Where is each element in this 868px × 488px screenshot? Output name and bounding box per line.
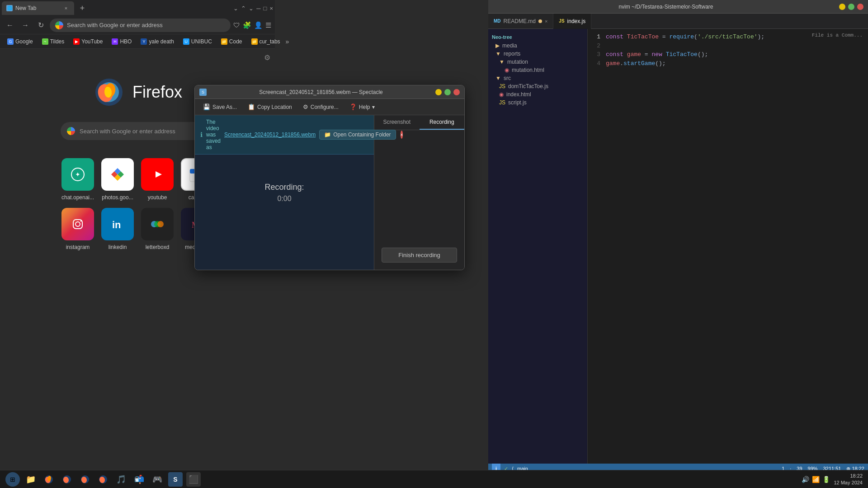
spectacle-minimize-button[interactable]: ─ bbox=[435, 89, 442, 95]
bookmark-unibuc[interactable]: U UNIBUC bbox=[179, 38, 216, 46]
readme-tab-close[interactable]: × bbox=[545, 19, 547, 24]
start-menu-button[interactable]: ⊞ bbox=[5, 472, 20, 487]
terminal-minimize-button[interactable]: ─ bbox=[839, 4, 845, 10]
shortcut-instagram-label: instagram bbox=[66, 244, 90, 250]
tab-controls: ⌄ ⌃ ⌄ ─ □ × bbox=[233, 5, 273, 12]
tab-readme[interactable]: MD README.md × bbox=[488, 14, 553, 29]
new-tab-search-bar[interactable]: Search with Google or enter address bbox=[61, 122, 214, 140]
navigation-bar: ← → ↻ Search with Google or enter addres… bbox=[0, 16, 275, 34]
configure-icon: ⚙ bbox=[303, 103, 308, 110]
open-containing-folder-button[interactable]: 📁 Open Containing Folder bbox=[319, 130, 396, 140]
tree-item-mutation[interactable]: ▼ mutation bbox=[488, 58, 587, 66]
spectacle-close-button[interactable]: × bbox=[453, 89, 460, 95]
tab-screenshot[interactable]: Screenshot bbox=[374, 115, 420, 130]
terminal-maximize-button[interactable]: □ bbox=[848, 4, 854, 10]
shortcut-chatgpt[interactable]: ✦ chat.openai... bbox=[61, 158, 94, 201]
code-content: const game = new TicTacToe(); bbox=[606, 50, 708, 59]
bookmarks-overflow-button[interactable]: » bbox=[286, 38, 289, 45]
forward-button[interactable]: → bbox=[19, 19, 32, 32]
new-tab-button[interactable]: + bbox=[76, 2, 89, 14]
copy-location-button[interactable]: 📋 Copy Location bbox=[243, 102, 297, 112]
tree-label-domtictactoe: domTicTacToe.js bbox=[508, 83, 548, 89]
notification-link[interactable]: Screencast_20240512_181856.webm bbox=[224, 131, 316, 138]
tab-indexjs[interactable]: JS index.js bbox=[553, 14, 591, 29]
settings-icon[interactable]: ⚙ bbox=[264, 53, 270, 62]
window-close-icon[interactable]: × bbox=[269, 5, 273, 12]
readme-tab-label: README.md bbox=[504, 18, 536, 24]
profile-icon[interactable]: 👤 bbox=[254, 21, 263, 29]
tree-item-mutation-html[interactable]: ◉ mutation.html bbox=[488, 66, 587, 74]
taskbar-s-app[interactable]: S bbox=[168, 472, 183, 487]
tree-label-reports: reports bbox=[504, 51, 520, 57]
spectacle-sidebar-content bbox=[374, 130, 464, 240]
battery-icon[interactable]: 🔋 bbox=[822, 476, 830, 483]
shortcut-youtube[interactable]: youtube bbox=[141, 158, 174, 201]
bookmark-tildes-label: Tildes bbox=[50, 38, 65, 45]
tab-list-icon[interactable]: ⌄ bbox=[233, 5, 238, 12]
configure-button[interactable]: ⚙ Configure... bbox=[298, 102, 343, 112]
terminal-close-button[interactable]: × bbox=[857, 4, 863, 10]
sound-icon[interactable]: 🔊 bbox=[802, 476, 809, 483]
menu-icon[interactable]: ☰ bbox=[265, 21, 271, 29]
tree-item-script-js[interactable]: JS script.js bbox=[488, 99, 587, 107]
bookmark-curtabs[interactable]: 📁 cur_tabs bbox=[248, 38, 284, 46]
tree-item-media[interactable]: ▶ media bbox=[488, 42, 587, 50]
nvim-content: Neo-tree ▶ media ▼ reports ▼ mutation ◉ … bbox=[488, 29, 868, 464]
code-content: const TicTacToe = require('./src/ticTacT… bbox=[606, 33, 764, 42]
taskbar-mail[interactable]: 📬 bbox=[132, 472, 146, 487]
address-bar[interactable]: Search with Google or enter address bbox=[50, 19, 231, 32]
js-file-icon: JS bbox=[559, 19, 564, 23]
shortcut-photos[interactable]: photos.goo... bbox=[101, 158, 134, 201]
bookmark-youtube[interactable]: ▶ YouTube bbox=[70, 38, 106, 46]
taskbar-firefox-1[interactable] bbox=[42, 472, 56, 487]
bookmark-code[interactable]: 📁 Code bbox=[217, 38, 246, 46]
configure-label: Configure... bbox=[311, 104, 339, 110]
bookmark-tildes[interactable]: ~ Tildes bbox=[38, 38, 68, 46]
extensions-icon[interactable]: 🧩 bbox=[243, 21, 251, 29]
terminal-titlebar: nvim ~/D/Testarea-Sistemelor-Software ─ … bbox=[488, 0, 868, 14]
bookmark-code-label: Code bbox=[229, 38, 242, 45]
tab-recording[interactable]: Recording bbox=[420, 115, 465, 130]
bookmark-google[interactable]: G Google bbox=[4, 38, 37, 46]
code-content: game.startGame(); bbox=[606, 59, 666, 68]
tree-item-reports[interactable]: ▼ reports bbox=[488, 50, 587, 58]
spectacle-maximize-button[interactable]: □ bbox=[444, 89, 451, 95]
back-button[interactable]: ← bbox=[4, 19, 16, 32]
tree-item-domtictactoe[interactable]: JS domTicTacToe.js bbox=[488, 82, 587, 90]
taskbar-files[interactable]: 📁 bbox=[24, 472, 38, 487]
chatgpt-icon: ✦ bbox=[61, 158, 94, 191]
copy-location-label: Copy Location bbox=[257, 104, 292, 110]
tab-close-button[interactable]: × bbox=[62, 5, 70, 12]
date-display: 12 May 2024 bbox=[834, 479, 863, 486]
taskbar-firefox-3[interactable] bbox=[78, 472, 92, 487]
spectacle-window-title: Screencast_20240512_181856.webm — Specta… bbox=[210, 89, 432, 95]
tree-item-src[interactable]: ▼ src bbox=[488, 74, 587, 82]
save-as-button[interactable]: 💾 Save As... bbox=[198, 102, 241, 112]
bookmark-yale[interactable]: Y yale death bbox=[137, 38, 177, 46]
browser-tab-new-tab[interactable]: 🌐 New Tab × bbox=[2, 1, 74, 15]
address-text: Search with Google or enter address bbox=[67, 22, 225, 28]
help-button[interactable]: ❓ Help ▾ bbox=[345, 102, 380, 112]
taskbar-spotify[interactable]: 🎵 bbox=[114, 472, 128, 487]
help-icon: ❓ bbox=[349, 103, 357, 110]
window-minimize-icon[interactable]: ─ bbox=[256, 5, 260, 12]
taskbar-steam[interactable]: 🎮 bbox=[150, 472, 165, 487]
bookmark-hbo[interactable]: H HBO bbox=[108, 38, 135, 46]
finish-recording-button[interactable]: Finish recording bbox=[382, 248, 457, 263]
window-maximize-icon[interactable]: □ bbox=[264, 5, 267, 12]
tab-forward-icon[interactable]: ⌄ bbox=[249, 5, 254, 12]
tree-item-index-html[interactable]: ◉ index.html bbox=[488, 90, 587, 99]
refresh-button[interactable]: ↻ bbox=[34, 19, 47, 32]
browser-name: Firefox bbox=[132, 83, 182, 102]
taskbar-firefox-2[interactable] bbox=[60, 472, 74, 487]
taskbar-terminal[interactable]: ⬛ bbox=[186, 472, 201, 487]
help-label: Help bbox=[359, 104, 370, 110]
network-icon[interactable]: 📶 bbox=[812, 476, 820, 483]
shortcut-linkedin[interactable]: in linkedin bbox=[101, 208, 134, 250]
tab-back-icon[interactable]: ⌃ bbox=[241, 5, 246, 12]
shortcut-letterboxd[interactable]: letterboxd bbox=[141, 208, 174, 250]
taskbar-firefox-4[interactable] bbox=[96, 472, 110, 487]
shortcut-instagram[interactable]: instagram bbox=[61, 208, 94, 250]
search-placeholder: Search with Google or enter address bbox=[80, 128, 175, 135]
code-editor[interactable]: File is a Comm... 1 const TicTacToe = re… bbox=[588, 29, 868, 464]
